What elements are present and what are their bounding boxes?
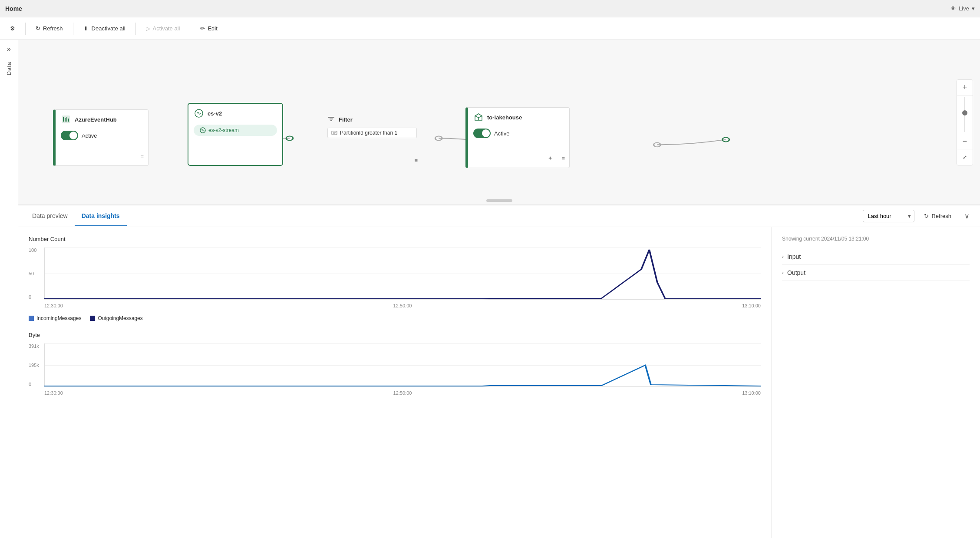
title-bar: Home 👁 Live ▾ [0,0,980,17]
legend-incoming-color [29,316,34,321]
output-label: Output [787,269,805,276]
legend-outgoing: OutgoingMessages [90,315,142,321]
edit-button[interactable]: ✏ Edit [194,21,224,36]
x-labels: 12:30:00 12:50:00 13:10:00 [44,303,761,308]
byte-title: Byte [29,332,761,338]
filter-node[interactable]: Filter PartitionId greater than 1 ≡ [322,112,422,168]
x-label-1: 12:30:00 [44,303,63,308]
byte-x-1: 12:30:00 [44,390,63,396]
canvas-area: AzureEventHub Active ≡ es [18,40,980,538]
byte-y-label-2: 195k [29,363,39,368]
filter-menu-icon[interactable]: ≡ [414,157,418,164]
eventhub-status: Active [82,132,97,139]
byte-svg [44,343,761,387]
byte-y-labels: 391k 195k 0 [29,343,39,396]
deactivate-all-button[interactable]: ⏸ Deactivate all [77,21,132,36]
time-select[interactable]: Last hour Last 6 hours Last 24 hours [863,210,914,222]
eventhub-toggle-row: Active [56,127,148,144]
number-count-title: Number Count [29,236,761,242]
tab-data-insights[interactable]: Data insights [75,206,127,226]
refresh-bottom-button[interactable]: ↻ Refresh [920,210,956,222]
output-chevron-icon: › [782,270,784,276]
zoom-fit-button[interactable]: ⤢ [957,149,973,165]
collapse-button[interactable]: ∨ [961,210,973,222]
sidebar-expand-icon[interactable]: » [7,45,11,53]
toolbar-divider-3 [135,23,136,35]
toolbar-divider-4 [190,23,190,35]
main-content: » Data [0,40,980,538]
charts-left: Number Count 100 50 0 [18,227,772,538]
byte-x-2: 12:50:00 [393,390,412,396]
lakehouse-node[interactable]: to-lakehouse Active ✦ ≡ [465,107,570,168]
esv2-header: es-v2 [188,104,282,121]
zoom-track [964,97,965,132]
lakehouse-status: Active [494,130,509,137]
tabs-row: Data preview Data insights Last hour Las… [18,205,980,227]
chevron-down-icon: ▾ [972,5,975,12]
eventhub-toggle[interactable] [61,131,78,140]
eventhub-header: AzureEventHub [56,110,148,127]
legend-incoming-label: IncomingMessages [36,315,81,321]
charts-right: Showing current 2024/11/05 13:21:00 › In… [772,227,980,538]
filter-condition-text: PartitionId greater than 1 [340,130,397,136]
lakehouse-menu-icon[interactable]: ≡ [561,155,565,162]
legend-outgoing-color [90,316,95,321]
svg-point-5 [723,137,729,142]
lakehouse-title: to-lakehouse [487,114,522,121]
eventhub-node[interactable]: AzureEventHub Active ≡ [53,109,148,166]
lakehouse-header: to-lakehouse [468,108,569,125]
number-count-chart: 100 50 0 [29,248,761,308]
refresh-button[interactable]: ↻ Refresh [29,21,69,36]
byte-chart-inner: 12:30:00 12:50:00 13:10:00 [44,343,761,396]
y-label-0: 0 [29,294,36,300]
time-select-wrapper: Last hour Last 6 hours Last 24 hours [863,210,914,222]
lakehouse-toggle[interactable] [473,129,491,138]
esv2-stream-badge: es-v2-stream [194,125,277,136]
esv2-title: es-v2 [208,110,222,117]
zoom-out-button[interactable]: − [957,134,973,149]
toolbar-divider-2 [73,23,73,35]
byte-y-label-1: 391k [29,343,39,349]
activate-all-button[interactable]: ▷ Activate all [139,21,187,36]
bottom-panel: Data preview Data insights Last hour Las… [18,205,980,538]
esv2-icon [194,108,204,119]
svg-rect-10 [68,119,69,122]
y-label-100: 100 [29,248,36,253]
svg-point-4 [653,142,660,147]
input-row[interactable]: › Input [782,249,970,265]
deactivate-icon: ⏸ [83,25,89,32]
byte-x-3: 13:10:00 [742,390,761,396]
eventhub-menu-icon[interactable]: ≡ [140,153,144,159]
svg-point-1 [286,136,293,140]
svg-rect-8 [65,118,66,122]
filter-inner: Filter PartitionId greater than 1 [322,112,422,142]
esv2-stream-label: es-v2-stream [208,127,239,133]
activate-icon: ▷ [146,25,150,32]
gear-icon: ⚙ [10,25,15,32]
zoom-in-button[interactable]: + [957,80,973,96]
filter-icon [327,115,335,124]
output-row[interactable]: › Output [782,265,970,281]
eventhub-icon [61,114,71,125]
refresh-icon: ↻ [36,25,40,32]
deactivate-all-label: Deactivate all [92,25,125,32]
byte-y-0: 0 [29,382,39,387]
lakehouse-settings-icon[interactable]: ✦ [548,155,553,162]
live-indicator[interactable]: 👁 Live ▾ [950,5,975,12]
eye-icon: 👁 [950,5,956,12]
x-label-3: 13:10:00 [742,303,761,308]
edit-label: Edit [208,25,217,32]
filter-header: Filter [327,115,417,124]
esv2-node[interactable]: es-v2 es-v2-stream [188,103,283,166]
lakehouse-icon [473,112,484,122]
toolbar-divider-1 [25,23,26,35]
filter-title: Filter [339,116,353,123]
lakehouse-toggle-row: Active [468,125,569,142]
showing-text: Showing current 2024/11/05 13:21:00 [782,236,970,242]
zoom-controls: + − ⤢ [957,79,973,165]
byte-x-labels: 12:30:00 12:50:00 13:10:00 [44,390,761,396]
tab-data-preview[interactable]: Data preview [25,206,75,226]
refresh-label: Refresh [43,25,63,32]
gear-button[interactable]: ⚙ [3,21,22,36]
svg-rect-9 [66,117,67,122]
